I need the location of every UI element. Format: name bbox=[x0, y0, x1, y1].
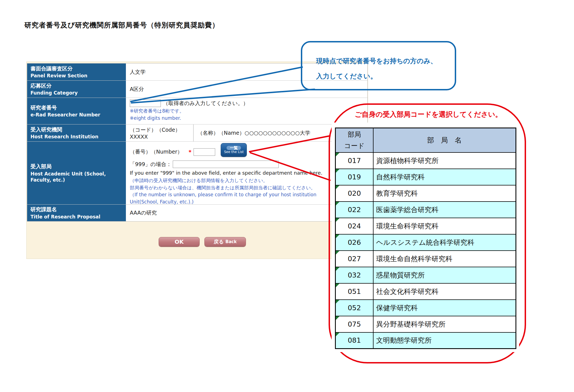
dept-code-cell: 052 bbox=[336, 300, 373, 316]
row-proposal-label: 研究課題名 Title of Research Proposal bbox=[27, 205, 126, 221]
dept-table-row: 027 環境生命自然科学研究科 bbox=[336, 251, 516, 267]
dept-name-text: 惑星物質研究所 bbox=[376, 271, 425, 279]
label-en: Funding Category bbox=[31, 90, 123, 96]
green-corner-icon bbox=[336, 218, 339, 222]
researcher-number-input[interactable] bbox=[130, 100, 161, 107]
dept-name-text: 社会文化科学研究科 bbox=[376, 287, 439, 296]
row-host-unit-label: 受入部局 Host Academic Unit (School, Faculty… bbox=[27, 142, 126, 204]
dept-code-text: 052 bbox=[348, 304, 361, 312]
see-the-list-button[interactable]: 一覧 See the List bbox=[221, 143, 247, 157]
dept-code-text: 019 bbox=[348, 173, 361, 181]
see-the-list-label-en: See the List bbox=[224, 150, 244, 154]
label-en: Host Academic Unit (School, Faculty, etc… bbox=[31, 171, 123, 183]
dept-name-text: 医歯薬学総合研究科 bbox=[376, 206, 439, 214]
dept-name-cell: 惑星物質研究所 bbox=[373, 267, 516, 283]
see-the-list-label-ja: 一覧 bbox=[227, 146, 241, 150]
dept-table-row: 022 医歯薬学総合研究科 bbox=[336, 202, 516, 218]
label-ja: 応募区分 bbox=[31, 82, 123, 89]
page-title: 研究者番号及び研究機関所属部局番号（特別研究員奨励費） bbox=[24, 21, 219, 30]
dept-table-body: 017 資源植物科学研究所 019 自然科学研究科 020 教育学研究科 022… bbox=[336, 152, 516, 349]
label-ja: 研究者番号 bbox=[31, 104, 123, 111]
dept-name-text: 文明動態学研究所 bbox=[376, 336, 432, 344]
back-button-label-ja: 戻る bbox=[214, 238, 224, 245]
label-ja: 受入部局 bbox=[31, 163, 123, 170]
blue-callout-line1: 現時点で研究者番号をお持ちの方のみ、 bbox=[316, 54, 437, 69]
dept-code-text: 075 bbox=[348, 320, 361, 328]
label-ja: 研究課題名 bbox=[31, 206, 123, 213]
dept-code-text: 022 bbox=[348, 206, 361, 214]
dept-table-row: 020 教育学研究科 bbox=[336, 185, 516, 202]
dept-code-text: 020 bbox=[348, 189, 361, 197]
dept-name-cell: 文明動態学研究所 bbox=[373, 332, 516, 349]
row-host-institution-label: 受入研究機関 Host Research Institution bbox=[27, 124, 126, 141]
dept-name-cell: 環境生命科学研究科 bbox=[373, 218, 516, 234]
dept-name-text: 資源植物科学研究所 bbox=[376, 157, 439, 165]
researcher-number-note-en: ※eight digits number. bbox=[130, 115, 364, 122]
label-en: e-Rad Researcher Number bbox=[31, 112, 123, 118]
green-corner-icon bbox=[336, 333, 339, 336]
green-corner-icon bbox=[336, 300, 339, 304]
researcher-number-value: （取得者のみ入力してください。） ※研究者番号は8桁です。 ※eight dig… bbox=[126, 98, 367, 124]
label-en: Panel Review Section bbox=[31, 73, 123, 79]
dept-code-text: 017 bbox=[348, 157, 361, 165]
green-corner-icon bbox=[336, 202, 339, 205]
dept-code-text: 024 bbox=[348, 222, 361, 230]
green-corner-icon bbox=[336, 185, 339, 189]
case999-input[interactable] bbox=[173, 161, 279, 168]
dept-code-text: 081 bbox=[348, 336, 361, 344]
dept-code-cell: 026 bbox=[336, 234, 373, 251]
dept-name-text: 異分野基礎科学研究所 bbox=[376, 320, 446, 328]
back-button-label-en: Back bbox=[225, 239, 237, 244]
dept-table-row: 026 ヘルスシステム統合科学研究科 bbox=[336, 234, 516, 251]
dept-name-cell: 社会文化科学研究科 bbox=[373, 283, 516, 300]
dept-code-cell: 019 bbox=[336, 169, 373, 185]
red-callout-title: ご自身の受入部局コードを選択してください。 bbox=[337, 110, 520, 119]
dept-code-header-line1: 部局 bbox=[336, 129, 373, 140]
dept-name-cell: 環境生命自然科学研究科 bbox=[373, 251, 516, 267]
dept-code-cell: 032 bbox=[336, 267, 373, 283]
department-code-table: 部局 コード 部 局 名 017 資源植物科学研究所 019 自然科学研究科 0… bbox=[335, 128, 516, 349]
dept-table-row: 052 保健学研究科 bbox=[336, 300, 516, 316]
dept-code-cell: 020 bbox=[336, 185, 373, 202]
blue-callout-bubble: 現時点で研究者番号をお持ちの方のみ、 入力してください。 bbox=[301, 41, 456, 90]
dept-table-row: 032 惑星物質研究所 bbox=[336, 267, 516, 283]
unit-number-input[interactable] bbox=[194, 148, 215, 156]
row-researcher-number: 研究者番号 e-Rad Researcher Number （取得者のみ入力して… bbox=[27, 98, 367, 124]
dept-name-cell: 保健学研究科 bbox=[373, 300, 516, 316]
dept-name-text: 自然科学研究科 bbox=[376, 173, 425, 181]
label-ja: 受入研究機関 bbox=[31, 126, 123, 133]
ok-button-label: OK bbox=[175, 238, 184, 245]
researcher-number-note-ja: ※研究者番号は8桁です。 bbox=[130, 108, 364, 115]
dept-code-cell: 081 bbox=[336, 332, 373, 349]
dept-code-text: 051 bbox=[348, 287, 361, 296]
dept-code-cell: 051 bbox=[336, 283, 373, 300]
ok-button[interactable]: OK bbox=[159, 237, 200, 246]
dept-name-text: 環境生命自然科学研究科 bbox=[376, 255, 453, 263]
green-corner-icon bbox=[336, 235, 339, 238]
label-en: Title of Research Proposal bbox=[31, 214, 123, 220]
department-table-card: 部局 コード 部 局 名 017 資源植物科学研究所 019 自然科学研究科 0… bbox=[332, 123, 519, 352]
dept-code-text: 026 bbox=[348, 238, 361, 246]
green-corner-icon bbox=[336, 316, 339, 320]
green-corner-icon bbox=[336, 153, 339, 156]
dept-table-row: 017 資源植物科学研究所 bbox=[336, 152, 516, 169]
green-corner-icon bbox=[336, 267, 339, 271]
blue-callout-line2: 入力してください。 bbox=[316, 69, 437, 84]
case999-label: 「999」の場合： bbox=[130, 161, 172, 168]
label-ja: 書面合議審査区分 bbox=[31, 65, 123, 72]
green-corner-icon bbox=[336, 251, 339, 254]
dept-name-text: 保健学研究科 bbox=[376, 304, 418, 312]
researcher-number-inline-note: （取得者のみ入力してください。） bbox=[163, 100, 248, 107]
host-institution-code: （コード）（Code）XXXXX bbox=[126, 124, 194, 141]
row-funding-label: 応募区分 Funding Category bbox=[27, 81, 126, 98]
dept-name-text: 環境生命科学研究科 bbox=[376, 222, 439, 230]
row-panel-review-label: 書面合議審査区分 Panel Review Section bbox=[27, 63, 126, 80]
dept-name-cell: 資源植物科学研究所 bbox=[373, 152, 516, 169]
dept-name-text: ヘルスシステム統合科学研究科 bbox=[376, 238, 474, 246]
dept-code-cell: 017 bbox=[336, 152, 373, 169]
dept-code-cell: 024 bbox=[336, 218, 373, 234]
dept-table-row: 075 異分野基礎科学研究所 bbox=[336, 316, 516, 332]
back-button[interactable]: 戻る Back bbox=[204, 237, 246, 246]
dept-name-cell: 医歯薬学総合研究科 bbox=[373, 202, 516, 218]
dept-code-header-line2: コード bbox=[336, 140, 373, 152]
